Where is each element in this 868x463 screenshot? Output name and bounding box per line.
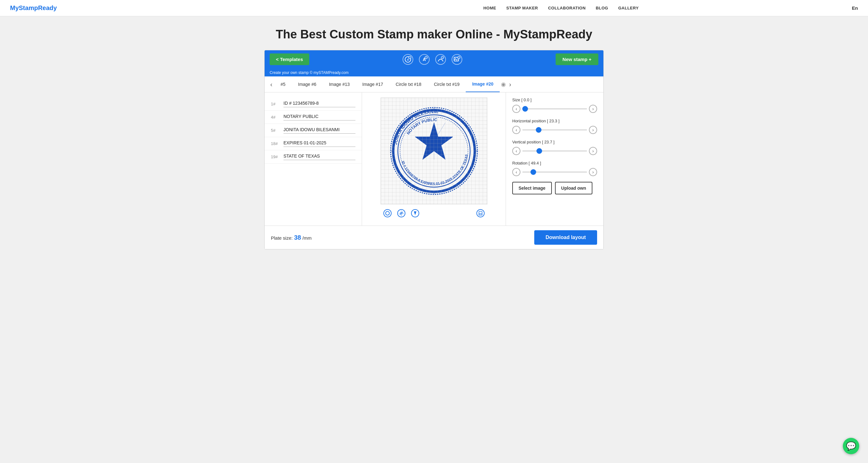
rotation-control: Rotation [ 49.4 ] ‹ ›	[512, 161, 597, 176]
h-position-slider[interactable]	[522, 129, 587, 131]
magic-wand-icon[interactable]	[397, 209, 406, 219]
svg-text:A: A	[407, 58, 409, 61]
upload-own-button[interactable]: Upload own	[555, 182, 592, 194]
svg-point-10	[455, 58, 456, 59]
tabs-prev-arrow[interactable]: ‹	[268, 81, 274, 88]
v-position-slider[interactable]	[522, 150, 587, 152]
v-position-label: Vertical position [ 23.7 ]	[512, 140, 597, 144]
text-item-5: 5# JONITA IDOWU BILESANMI	[265, 124, 362, 137]
templates-button[interactable]: < Templates	[270, 54, 309, 65]
svg-point-33	[477, 209, 484, 217]
tabs-bar: ‹ #5 Image #6 Image #13 Image #17 Circle…	[265, 77, 603, 92]
text-item-4: 4# NOTARY PUBLIC	[265, 111, 362, 124]
text-items-panel: 1# ID # 123456789-8 4# NOTARY PUBLIC 5# …	[265, 92, 362, 226]
new-stamp-button[interactable]: New stamp +	[556, 54, 598, 65]
tab-circle-txt-19[interactable]: Circle txt #19	[428, 77, 466, 92]
tab-image-13[interactable]: Image #13	[323, 77, 356, 92]
text-item-value-5[interactable]: JONITA IDOWU BILESANMI	[283, 127, 355, 134]
h-pos-decrease-btn[interactable]: ‹	[512, 126, 520, 134]
rotation-label: Rotation [ 49.4 ]	[512, 161, 597, 166]
text-item-value-4[interactable]: NOTARY PUBLIC	[283, 114, 355, 120]
bottom-bar: Plate size: 38 /mm Download layout	[265, 226, 603, 249]
stamp-canvas: JONITA IDOWU BILESANMI NOTARY PUBLIC ID …	[380, 97, 488, 204]
add-arc-icon[interactable]: +	[435, 54, 446, 65]
rotation-increase-btn[interactable]: ›	[589, 168, 597, 176]
text-item-num-19: 19#	[271, 154, 280, 159]
add-image-icon[interactable]: +	[452, 54, 462, 65]
nav-blog[interactable]: BLOG	[596, 6, 609, 10]
svg-text:+: +	[426, 57, 427, 59]
h-position-control: Horizontal position [ 23.3 ] ‹ ›	[512, 119, 597, 134]
page-title: The Best Custom Stamp maker Online - MyS…	[0, 17, 868, 50]
v-pos-increase-btn[interactable]: ›	[589, 147, 597, 155]
download-layout-button[interactable]: Download layout	[534, 230, 597, 245]
tab-circle-txt-18[interactable]: Circle txt #18	[390, 77, 428, 92]
text-item-num-1: 1#	[271, 102, 280, 106]
save-icon[interactable]	[476, 209, 485, 219]
v-pos-decrease-btn[interactable]: ‹	[512, 147, 520, 155]
watermark-label: Create your own stamp © mySTAMPready.com	[270, 70, 348, 75]
nav-home[interactable]: HOME	[483, 6, 496, 10]
tab-close-icon[interactable]: ◉	[500, 81, 507, 88]
tab-image-17[interactable]: Image #17	[356, 77, 390, 92]
size-increase-btn[interactable]: ›	[589, 105, 597, 113]
tabs-next-arrow[interactable]: ›	[507, 81, 513, 88]
tab-5[interactable]: #5	[274, 77, 292, 92]
text-item-19: 19# STATE OF TEXAS	[265, 150, 362, 164]
language-selector[interactable]: En	[852, 5, 858, 11]
controls-panel: Size [ 0.0 ] ‹ › Horizontal position [ 2…	[506, 92, 603, 226]
select-image-button[interactable]: Select image	[512, 182, 552, 194]
text-item-value-1[interactable]: ID # 123456789-8	[283, 100, 355, 107]
nav-stamp-maker[interactable]: STAMP MAKER	[506, 6, 538, 10]
text-item-num-4: 4#	[271, 115, 280, 119]
svg-point-29	[385, 211, 390, 215]
preview-icon[interactable]	[383, 209, 392, 219]
svg-rect-34	[479, 211, 482, 214]
text-item-value-19[interactable]: STATE OF TEXAS	[283, 153, 355, 160]
tab-image-6[interactable]: Image #6	[292, 77, 322, 92]
v-position-control: Vertical position [ 23.7 ] ‹ ›	[512, 140, 597, 155]
canvas-toolbar	[380, 208, 488, 221]
stamp-editor: < Templates A + A +	[264, 50, 604, 250]
text-item-num-18: 18#	[271, 141, 280, 146]
text-item-1: 1# ID # 123456789-8	[265, 97, 362, 111]
add-circle-text-icon[interactable]: A +	[403, 54, 413, 65]
plate-size-group: Plate size: 38 /mm	[271, 234, 312, 241]
rotation-slider[interactable]	[522, 171, 587, 173]
editor-topbar: < Templates A + A +	[265, 50, 603, 68]
stamp-preview-panel: JONITA IDOWU BILESANMI NOTARY PUBLIC ID …	[362, 92, 506, 226]
h-position-label: Horizontal position [ 23.3 ]	[512, 119, 597, 123]
grid-background	[381, 98, 487, 204]
text-item-num-5: 5#	[271, 128, 280, 133]
svg-text:+: +	[458, 57, 460, 59]
fill-icon[interactable]	[411, 209, 420, 219]
plate-size-unit: /mm	[302, 235, 311, 241]
navigation: MyStampReady HOME STAMP MAKER COLLABORAT…	[0, 0, 868, 17]
text-item-value-18[interactable]: EXPIRES 01-01-2025	[283, 140, 355, 147]
text-item-18: 18# EXPIRES 01-01-2025	[265, 137, 362, 150]
size-label: Size [ 0.0 ]	[512, 97, 597, 102]
size-decrease-btn[interactable]: ‹	[512, 105, 520, 113]
editor-content: 1# ID # 123456789-8 4# NOTARY PUBLIC 5# …	[265, 92, 603, 226]
add-text-icon[interactable]: A +	[419, 54, 430, 65]
image-buttons: Select image Upload own	[512, 182, 597, 194]
tab-image-20[interactable]: Image #20	[466, 77, 500, 92]
brand-logo[interactable]: MyStampReady	[10, 4, 57, 12]
nav-collaboration[interactable]: COLLABORATION	[548, 6, 586, 10]
svg-text:+: +	[442, 57, 443, 59]
plate-size-text: Plate size:	[271, 235, 292, 241]
nav-gallery[interactable]: GALLERY	[618, 6, 639, 10]
svg-point-28	[384, 209, 391, 217]
nav-links: HOME STAMP MAKER COLLABORATION BLOG GALL…	[483, 6, 639, 10]
size-control: Size [ 0.0 ] ‹ ›	[512, 97, 597, 113]
size-slider[interactable]	[522, 108, 587, 110]
h-pos-increase-btn[interactable]: ›	[589, 126, 597, 134]
rotation-decrease-btn[interactable]: ‹	[512, 168, 520, 176]
toolbar-icons: A + A + +	[403, 54, 462, 65]
svg-text:+: +	[409, 57, 410, 59]
plate-size-num: 38	[294, 234, 301, 241]
